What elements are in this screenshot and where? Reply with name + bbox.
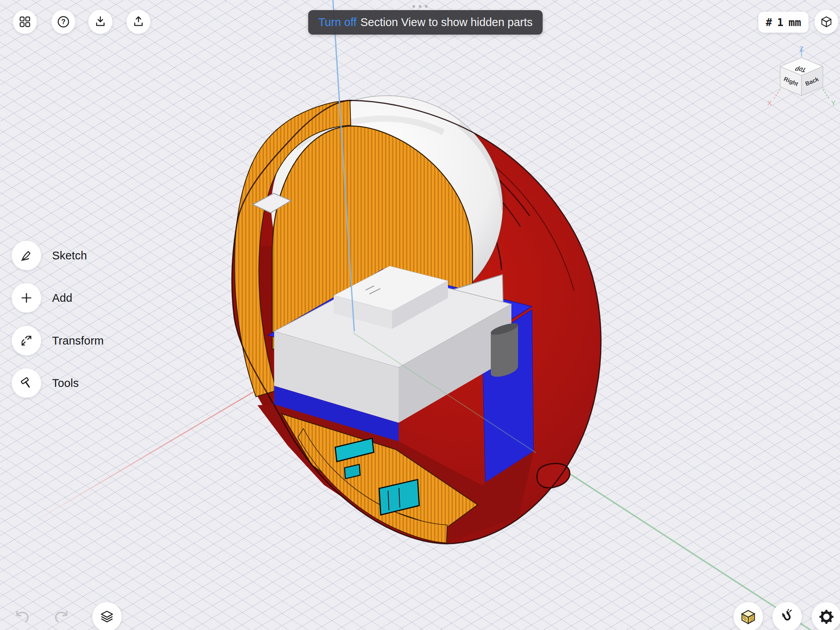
magnet-icon [779, 609, 795, 625]
svg-text:?: ? [61, 18, 65, 26]
menu-item-tools[interactable]: Tools [12, 368, 79, 398]
import-button[interactable] [88, 10, 112, 34]
turn-off-link[interactable]: Turn off [318, 16, 356, 29]
transform-label: Transform [52, 334, 104, 347]
apps-menu-button[interactable] [13, 10, 37, 34]
layers-icon [100, 609, 114, 624]
grid-unit: mm [789, 16, 802, 28]
section-view-tooltip: Turn off Section View to show hidden par… [308, 10, 542, 35]
pipe-part[interactable] [537, 464, 570, 488]
axonometric-cube-icon [820, 15, 833, 28]
sketch-button[interactable] [12, 241, 41, 270]
tooltip-message: Section View to show hidden parts [360, 16, 533, 29]
apps-grid-icon [18, 15, 32, 28]
add-label: Add [52, 292, 72, 304]
help-button[interactable]: ? [51, 10, 75, 34]
cylinder-part[interactable] [491, 323, 518, 376]
axis-y-label: Y [831, 100, 835, 107]
gear-icon [819, 609, 834, 625]
axis-z-label: Z [800, 46, 803, 53]
viewcube-y-tick [823, 89, 830, 100]
pen-icon [19, 248, 33, 262]
menu-item-sketch[interactable]: Sketch [12, 241, 87, 270]
isolate-layers-button[interactable] [92, 602, 122, 630]
model-3d[interactable] [232, 96, 601, 544]
section-view-icon [740, 609, 756, 625]
transform-button[interactable] [12, 326, 41, 355]
export-icon [132, 15, 145, 28]
section-view-button[interactable] [733, 602, 763, 630]
axis-x-label: X [767, 100, 772, 107]
plus-icon [19, 291, 33, 305]
viewcube-x-tick [773, 89, 780, 100]
viewport-3d[interactable] [0, 0, 840, 630]
tools-button[interactable] [12, 368, 41, 398]
add-button[interactable] [12, 283, 41, 313]
hammer-icon [19, 376, 33, 390]
help-icon: ? [57, 15, 70, 28]
menu-item-add[interactable]: Add [12, 283, 72, 313]
menu-item-transform[interactable]: Transform [12, 326, 104, 355]
resize-arrows-icon [19, 334, 33, 348]
redo-icon [53, 608, 70, 625]
import-icon [94, 15, 107, 28]
grid-value: 1 [777, 16, 783, 28]
view-cube[interactable]: Top Right Back Z X Y [765, 46, 838, 116]
grid-unit-badge[interactable]: # 1 mm [758, 12, 808, 33]
cad-app-window: ? Turn off Section View to show hidden p… [0, 0, 840, 630]
settings-button[interactable] [812, 602, 840, 630]
undo-button[interactable] [13, 608, 30, 625]
grid-symbol: # [766, 16, 772, 28]
multitask-dots [413, 5, 428, 8]
snap-button[interactable] [772, 602, 802, 630]
tools-label: Tools [52, 377, 79, 390]
redo-button[interactable] [53, 608, 70, 625]
undo-icon [13, 608, 30, 625]
export-button[interactable] [126, 10, 150, 34]
sketch-label: Sketch [52, 249, 87, 262]
view-mode-button[interactable] [814, 10, 838, 34]
